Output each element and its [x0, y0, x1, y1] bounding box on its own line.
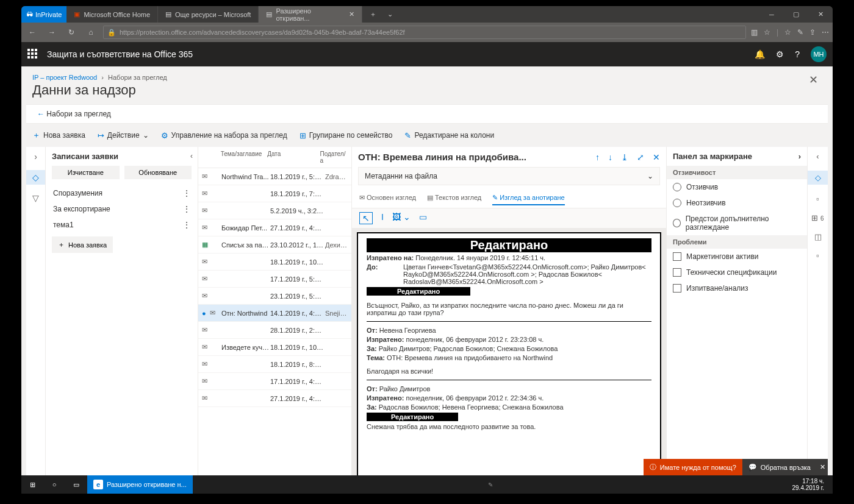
table-row[interactable]: ✉17.1.2019 г., 4:04:...: [198, 373, 351, 390]
home-icon[interactable]: ⌂: [84, 28, 98, 37]
close-icon[interactable]: ✕: [809, 73, 818, 87]
check-marketing[interactable]: Маркетингови активи: [667, 249, 807, 264]
table-row[interactable]: ✉27.1.2019 г., 4:10:...: [198, 390, 351, 407]
search-icon[interactable]: ○: [43, 481, 65, 488]
chevron-right-icon[interactable]: ›: [34, 152, 37, 161]
table-row[interactable]: ✉5.2.2019 ч., 3:23:4...: [198, 202, 351, 219]
new-query-button[interactable]: ＋Нова заявка: [52, 236, 113, 253]
url-input[interactable]: 🔒https://protection.office.com/advancede…: [103, 26, 746, 39]
table-row[interactable]: ✉Изведете куче...18.1.2019 г., 10:35...: [198, 339, 351, 356]
collapse-icon[interactable]: ‹: [816, 152, 819, 161]
radio-pending[interactable]: Предстои допълнително разглеждане: [667, 211, 807, 235]
back-icon[interactable]: ←: [25, 28, 40, 37]
expand-icon[interactable]: ⤢: [637, 152, 644, 162]
radio-responsive[interactable]: Отзивчив: [667, 179, 807, 195]
feedback-button[interactable]: 💬Обратна връзка: [742, 459, 817, 475]
group-button[interactable]: ⊞Групиране по семейство: [300, 131, 393, 140]
start-icon[interactable]: ⊞: [21, 481, 43, 489]
table-row[interactable]: ✉Божидар Пет...27.1.2019 г., 4:10:...: [198, 219, 351, 236]
tab-chevron-icon[interactable]: ⌄: [384, 10, 396, 18]
taskview-icon[interactable]: ▭: [65, 481, 87, 489]
browser-tab[interactable]: ▤Още ресурси – Microsoft: [158, 6, 259, 23]
share-icon[interactable]: ⇪: [809, 28, 816, 37]
table-row[interactable]: ✉23.1.2019 г., 5:34:...: [198, 288, 351, 305]
browser-tab[interactable]: ▤Разширено откриван...✕: [259, 6, 362, 23]
document-title: ОТН: Времева линия на придобива...: [358, 152, 595, 162]
grid-icon[interactable]: ⊞ 6: [811, 213, 824, 222]
close-icon[interactable]: ✕: [653, 152, 660, 162]
reading-icon[interactable]: ▥: [751, 28, 758, 37]
inprivate-badge: 🕶InPrivate: [21, 6, 66, 23]
close-icon[interactable]: ✕: [349, 10, 354, 18]
notifications-icon[interactable]: 🔔: [755, 49, 765, 59]
maximize-button[interactable]: ▢: [784, 6, 808, 23]
down-icon[interactable]: ↓: [608, 152, 612, 162]
download-icon[interactable]: ⤓: [621, 152, 628, 162]
close-icon[interactable]: ✕: [817, 459, 828, 475]
edit-columns-button[interactable]: ✎Редактиране на колони: [404, 131, 494, 140]
help-bar: ⓘИмате нужда от помощ? 💬Обратна връзка ✕: [644, 459, 828, 475]
avatar[interactable]: МН: [811, 46, 827, 62]
breadcrumb-root[interactable]: IP – проект Redwood: [32, 74, 97, 81]
table-row[interactable]: ✉Northwind Tra...18.1.2019 г., 5:44:...Z…: [198, 168, 351, 185]
favorite-icon[interactable]: ☆: [764, 28, 770, 37]
minimize-button[interactable]: ─: [759, 6, 784, 23]
new-query-button[interactable]: ＋Нова заявка: [32, 130, 85, 141]
query-item[interactable]: тема1⋮: [52, 217, 192, 233]
redaction: Редактирано: [367, 413, 458, 421]
browser-tab[interactable]: ▣Microsoft Office Home: [66, 6, 158, 23]
refresh-button[interactable]: Обновяване: [124, 166, 192, 179]
table-row[interactable]: ✉18.1.2019 г., 10:3...: [198, 254, 351, 271]
more-icon[interactable]: ⋯: [822, 28, 829, 37]
view-icon[interactable]: ◫: [814, 232, 822, 241]
table-row[interactable]: ✉18.1.2019 г., 8:22:...: [198, 356, 351, 373]
new-tab-button[interactable]: ＋: [362, 6, 384, 23]
up-icon[interactable]: ↑: [595, 152, 600, 162]
suite-title: Защита и съответствие на Office 365: [47, 49, 193, 59]
check-testing[interactable]: Изпитване/анализ: [667, 280, 807, 296]
radio-nonresponsive[interactable]: Неотзивчив: [667, 195, 807, 211]
check-tech[interactable]: Технически спецификации: [667, 264, 807, 280]
table-row[interactable]: ✉28.1.2019 г., 2:02:...: [198, 322, 351, 339]
table-row[interactable]: ✉18.1.2019 г., 7:05:...: [198, 185, 351, 202]
settings-icon[interactable]: ⚙: [776, 49, 784, 59]
table-row[interactable]: ▦Списък за паз...23.10.2012 г., 12:2...Д…: [198, 236, 351, 254]
breadcrumb: IP – проект Redwood › Набори за преглед: [21, 66, 833, 82]
group-label: Проблеми: [667, 235, 807, 249]
refresh-icon[interactable]: ↻: [64, 28, 79, 37]
tag-icon[interactable]: ◇: [808, 171, 828, 185]
tagging-title: Панел за маркиране: [673, 152, 752, 161]
manage-button[interactable]: ⚙Управление на набора за преглед: [161, 131, 287, 140]
need-help-button[interactable]: ⓘИмате нужда от помощ?: [644, 459, 742, 475]
app-launcher-icon[interactable]: [27, 49, 38, 60]
tab-annotate[interactable]: ✎ Изглед за анотиране: [492, 191, 564, 205]
taskbar-app[interactable]: eРазширено откриване н...: [87, 475, 193, 494]
filter-icon[interactable]: ▽: [32, 193, 39, 203]
tab-native[interactable]: ✉ Основен изглед: [359, 191, 416, 205]
rect-icon[interactable]: ▭: [419, 212, 427, 224]
query-item[interactable]: Споразумения⋮: [52, 185, 192, 201]
image-icon[interactable]: 🖼 ⌄: [392, 212, 411, 224]
notes-icon[interactable]: ✎: [797, 28, 803, 37]
page-title: Данни за надзор: [21, 82, 833, 104]
text-icon[interactable]: I: [381, 212, 384, 224]
forward-icon[interactable]: →: [45, 28, 59, 37]
hub-icon[interactable]: ☆: [784, 28, 791, 37]
clear-button[interactable]: Изчистване: [52, 166, 120, 179]
doc-icon[interactable]: ▫: [816, 194, 819, 204]
file-metadata-toggle[interactable]: Метаданни на файла⌄: [358, 167, 660, 185]
table-row[interactable]: ✉17.1.2019 г., 5:45:...: [198, 271, 351, 288]
pointer-icon[interactable]: ↖: [359, 212, 373, 224]
collapse-icon[interactable]: ‹: [190, 152, 193, 160]
tab-text[interactable]: ▤ Текстов изглед: [427, 191, 481, 205]
help-icon[interactable]: ?: [795, 49, 800, 59]
back-link[interactable]: ← Набори за преглед: [26, 104, 828, 124]
query-item[interactable]: За експортиране⋮: [52, 201, 192, 217]
close-button[interactable]: ✕: [808, 6, 833, 23]
page-icon[interactable]: ▫: [816, 251, 819, 260]
clock[interactable]: ✎: [488, 481, 497, 488]
expand-icon[interactable]: ›: [798, 152, 801, 161]
table-row[interactable]: ●✉Отн: Northwind14.1.2019 г., 4:45:...Sn…: [198, 305, 351, 322]
saved-queries-icon[interactable]: ◇: [26, 170, 45, 185]
action-button[interactable]: ↦Действие ⌄: [98, 131, 149, 140]
